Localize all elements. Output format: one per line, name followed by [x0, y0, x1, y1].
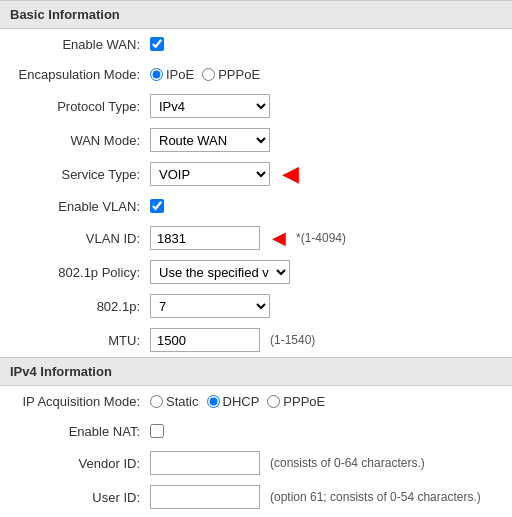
enable-vlan-row: Enable VLAN: [0, 191, 512, 221]
prio-row: 802.1p: 7 6 5 4 3 2 1 0 [0, 289, 512, 323]
vlan-id-control: ◀ *(1-4094) [150, 226, 502, 250]
encap-row: Encapsulation Mode: IPoE PPPoE [0, 59, 512, 89]
encap-ipoe-radio[interactable] [150, 68, 163, 81]
ip-acq-dhcp-radio[interactable] [207, 395, 220, 408]
service-type-label: Service Type: [10, 167, 150, 182]
wan-mode-select[interactable]: Route WAN Bridge WAN [150, 128, 270, 152]
enable-vlan-checkbox[interactable] [150, 199, 164, 213]
service-type-row: Service Type: VOIP INTERNET TR069 OTHER … [0, 157, 512, 191]
wan-mode-control: Route WAN Bridge WAN [150, 128, 502, 152]
protocol-select[interactable]: IPv4 IPv6 [150, 94, 270, 118]
enable-vlan-control [150, 199, 502, 213]
vendor-id-hint: (consists of 0-64 characters.) [270, 456, 425, 470]
ip-acq-label: IP Acquisition Mode: [10, 394, 150, 409]
encap-label: Encapsulation Mode: [10, 67, 150, 82]
vlan-id-label: VLAN ID: [10, 231, 150, 246]
ip-acq-pppoe-label[interactable]: PPPoE [267, 394, 325, 409]
wan-mode-row: WAN Mode: Route WAN Bridge WAN [0, 123, 512, 157]
policy-label: 802.1p Policy: [10, 265, 150, 280]
prio-label: 802.1p: [10, 299, 150, 314]
enable-nat-control [150, 424, 502, 438]
enable-nat-label: Enable NAT: [10, 424, 150, 439]
enable-nat-row: Enable NAT: [0, 416, 512, 446]
mtu-hint: (1-1540) [270, 333, 315, 347]
protocol-control: IPv4 IPv6 [150, 94, 502, 118]
service-type-control: VOIP INTERNET TR069 OTHER ◀ [150, 162, 502, 186]
protocol-row: Protocol Type: IPv4 IPv6 [0, 89, 512, 123]
prio-control: 7 6 5 4 3 2 1 0 [150, 294, 502, 318]
vlan-id-row: VLAN ID: ◀ *(1-4094) [0, 221, 512, 255]
ip-acq-dhcp-label[interactable]: DHCP [207, 394, 260, 409]
ip-acq-control: Static DHCP PPPoE [150, 394, 502, 409]
mtu-label: MTU: [10, 333, 150, 348]
encap-ipoe-label[interactable]: IPoE [150, 67, 194, 82]
encap-pppoe-radio[interactable] [202, 68, 215, 81]
service-type-arrow-icon: ◀ [282, 163, 299, 185]
enable-wan-label: Enable WAN: [10, 37, 150, 52]
policy-control: Use the specified val Inherit [150, 260, 502, 284]
policy-select[interactable]: Use the specified val Inherit [150, 260, 290, 284]
prio-select[interactable]: 7 6 5 4 3 2 1 0 [150, 294, 270, 318]
ip-acq-pppoe-radio[interactable] [267, 395, 280, 408]
user-id-hint: (option 61; consists of 0-54 characters.… [270, 490, 481, 504]
vendor-id-label: Vendor ID: [10, 456, 150, 471]
vendor-id-control: (consists of 0-64 characters.) [150, 451, 502, 475]
mtu-input[interactable] [150, 328, 260, 352]
ip-acq-row: IP Acquisition Mode: Static DHCP PPPoE [0, 386, 512, 416]
basic-info-header: Basic Information [0, 0, 512, 29]
mtu-control: (1-1540) [150, 328, 502, 352]
service-type-select[interactable]: VOIP INTERNET TR069 OTHER [150, 162, 270, 186]
ipv4-info-section: IPv4 Information IP Acquisition Mode: St… [0, 357, 512, 514]
encap-pppoe-label[interactable]: PPPoE [202, 67, 260, 82]
enable-wan-checkbox[interactable] [150, 37, 164, 51]
user-id-label: User ID: [10, 490, 150, 505]
vlan-id-hint: *(1-4094) [296, 231, 346, 245]
encap-control: IPoE PPPoE [150, 67, 502, 82]
enable-wan-control [150, 37, 502, 51]
ipv4-info-header: IPv4 Information [0, 357, 512, 386]
user-id-row: User ID: (option 61; consists of 0-54 ch… [0, 480, 512, 514]
vendor-id-input[interactable] [150, 451, 260, 475]
vlan-id-input[interactable] [150, 226, 260, 250]
enable-vlan-label: Enable VLAN: [10, 199, 150, 214]
vendor-id-row: Vendor ID: (consists of 0-64 characters.… [0, 446, 512, 480]
ip-acq-static-label[interactable]: Static [150, 394, 199, 409]
ip-acq-static-radio[interactable] [150, 395, 163, 408]
basic-info-section: Basic Information Enable WAN: Encapsulat… [0, 0, 512, 357]
protocol-label: Protocol Type: [10, 99, 150, 114]
enable-wan-row: Enable WAN: [0, 29, 512, 59]
mtu-row: MTU: (1-1540) [0, 323, 512, 357]
enable-nat-checkbox[interactable] [150, 424, 164, 438]
user-id-control: (option 61; consists of 0-54 characters.… [150, 485, 502, 509]
wan-mode-label: WAN Mode: [10, 133, 150, 148]
vlan-id-arrow-icon: ◀ [272, 227, 286, 249]
user-id-input[interactable] [150, 485, 260, 509]
policy-row: 802.1p Policy: Use the specified val Inh… [0, 255, 512, 289]
